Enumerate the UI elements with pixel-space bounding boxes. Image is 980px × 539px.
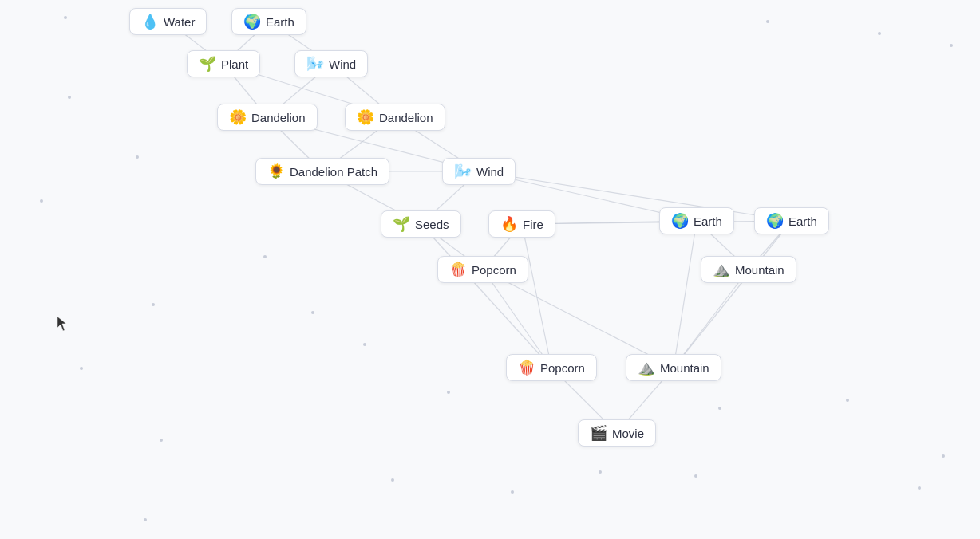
- node-label-fire: Fire: [523, 218, 543, 231]
- node-icon-water: 💧: [141, 14, 159, 29]
- node-label-dandelion_patch: Dandelion Patch: [290, 165, 377, 179]
- node-mountain1[interactable]: ⛰️Mountain: [701, 256, 796, 283]
- node-icon-mountain1: ⛰️: [713, 262, 730, 277]
- svg-line-28: [522, 221, 792, 224]
- background-dot: [80, 367, 83, 370]
- node-label-earth2: Earth: [694, 214, 722, 228]
- node-seeds[interactable]: 🌱Seeds: [381, 210, 461, 238]
- node-label-mountain1: Mountain: [735, 263, 784, 277]
- node-popcorn1[interactable]: 🍿Popcorn: [437, 256, 528, 283]
- background-dot: [144, 518, 147, 521]
- background-dot: [363, 343, 366, 346]
- node-water[interactable]: 💧Water: [129, 8, 207, 35]
- svg-line-21: [674, 221, 792, 368]
- node-movie[interactable]: 🎬Movie: [578, 419, 656, 447]
- node-icon-earth2: 🌍: [671, 214, 689, 228]
- node-label-earth3: Earth: [788, 214, 817, 228]
- background-dot: [846, 399, 849, 402]
- node-label-mountain2: Mountain: [660, 361, 709, 375]
- node-icon-dandelion2: 🌼: [357, 110, 374, 124]
- background-dot: [64, 16, 67, 19]
- background-dot: [391, 478, 394, 482]
- node-label-water: Water: [164, 15, 195, 29]
- node-icon-earth3: 🌍: [766, 214, 784, 228]
- node-dandelion1[interactable]: 🌼Dandelion: [217, 104, 318, 131]
- node-wind2[interactable]: 🌬️Wind: [442, 158, 516, 185]
- node-mountain2[interactable]: ⛰️Mountain: [626, 354, 721, 381]
- node-label-plant: Plant: [221, 57, 248, 71]
- node-fire[interactable]: 🔥Fire: [488, 210, 555, 238]
- background-dot: [694, 474, 697, 478]
- background-dot: [942, 454, 945, 458]
- node-earth2[interactable]: 🌍Earth: [659, 207, 734, 234]
- node-label-seeds: Seeds: [415, 218, 449, 231]
- node-dandelion2[interactable]: 🌼Dandelion: [345, 104, 445, 131]
- background-dot: [599, 470, 602, 474]
- node-icon-fire: 🔥: [500, 217, 518, 231]
- background-dot: [447, 391, 450, 394]
- background-dot: [950, 44, 953, 47]
- node-plant[interactable]: 🌱Plant: [187, 50, 260, 77]
- background-dot: [718, 407, 721, 410]
- background-dot: [311, 311, 314, 314]
- svg-line-20: [674, 221, 697, 368]
- node-icon-popcorn1: 🍿: [449, 262, 467, 277]
- background-dot: [160, 439, 163, 442]
- node-icon-wind2: 🌬️: [454, 164, 472, 179]
- node-label-dandelion2: Dandelion: [379, 111, 433, 124]
- background-dot: [263, 255, 267, 258]
- svg-line-22: [483, 270, 551, 368]
- svg-line-16: [522, 224, 551, 368]
- node-earth1[interactable]: 🌍Earth: [231, 8, 306, 35]
- background-dot: [152, 303, 155, 306]
- node-label-movie: Movie: [612, 427, 644, 440]
- background-dot: [878, 32, 881, 35]
- node-icon-movie: 🎬: [590, 426, 607, 440]
- node-earth3[interactable]: 🌍Earth: [754, 207, 829, 234]
- node-label-popcorn1: Popcorn: [472, 263, 516, 277]
- node-icon-dandelion1: 🌼: [229, 110, 247, 124]
- node-label-wind1: Wind: [329, 57, 356, 71]
- node-icon-seeds: 🌱: [393, 217, 410, 231]
- node-icon-mountain2: ⛰️: [638, 360, 655, 375]
- node-icon-wind1: 🌬️: [306, 57, 324, 71]
- background-dot: [918, 486, 921, 490]
- svg-line-24: [674, 270, 749, 368]
- node-icon-earth1: 🌍: [243, 14, 261, 29]
- node-icon-plant: 🌱: [199, 57, 216, 71]
- cursor-icon: [57, 317, 70, 332]
- node-icon-dandelion_patch: 🌻: [267, 164, 285, 179]
- background-dot: [136, 155, 139, 159]
- background-dot: [511, 490, 514, 494]
- svg-line-23: [483, 270, 674, 368]
- background-dot: [766, 20, 769, 23]
- node-wind1[interactable]: 🌬️Wind: [294, 50, 368, 77]
- background-dot: [68, 96, 71, 99]
- node-icon-popcorn2: 🍿: [518, 360, 535, 375]
- node-label-popcorn2: Popcorn: [540, 361, 585, 375]
- node-label-wind2: Wind: [476, 165, 504, 179]
- background-dot: [40, 199, 43, 203]
- node-label-dandelion1: Dandelion: [251, 111, 306, 124]
- node-popcorn2[interactable]: 🍿Popcorn: [506, 354, 597, 381]
- svg-line-17: [421, 224, 552, 368]
- node-dandelion_patch[interactable]: 🌻Dandelion Patch: [255, 158, 389, 185]
- node-label-earth1: Earth: [266, 15, 294, 29]
